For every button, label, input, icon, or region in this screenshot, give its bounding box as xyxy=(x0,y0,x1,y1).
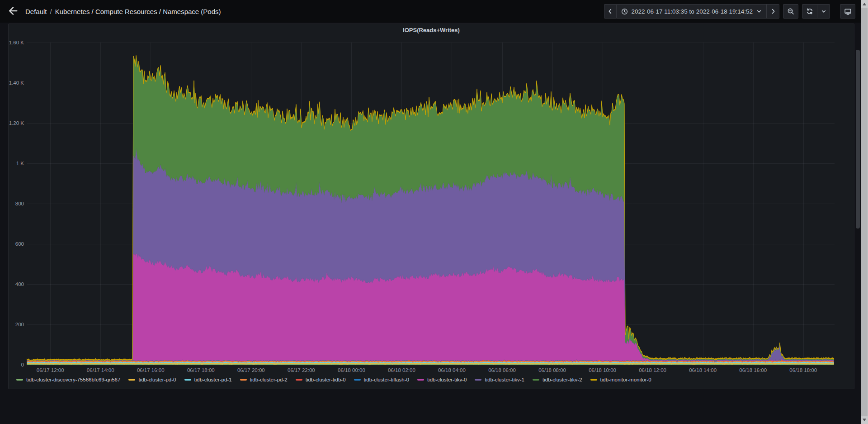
legend-item[interactable]: tidb-cluster-discovery-75566bfc69-qn567 xyxy=(16,377,120,382)
legend-item[interactable]: tidb-cluster-tikv-0 xyxy=(417,377,467,382)
legend-item[interactable]: tidb-cluster-tikv-2 xyxy=(533,377,582,382)
legend-label: tidb-cluster-pd-0 xyxy=(138,377,176,382)
chevron-right-icon xyxy=(770,8,776,14)
legend-swatch xyxy=(475,379,481,381)
y-tick-label: 200 xyxy=(9,322,24,327)
legend-swatch xyxy=(590,379,597,381)
panel-title[interactable]: IOPS(Reads+Writes) xyxy=(9,27,854,33)
x-tick-label: 06/18 12:00 xyxy=(639,367,666,373)
back-button[interactable] xyxy=(5,4,21,19)
x-tick-label: 06/17 22:00 xyxy=(288,367,315,373)
breadcrumb-folder[interactable]: Default xyxy=(25,8,47,15)
refresh-button[interactable] xyxy=(802,4,817,19)
legend-swatch xyxy=(240,379,247,381)
y-tick-label: 1.40 K xyxy=(9,80,24,86)
x-tick-label: 06/17 12:00 xyxy=(37,367,64,373)
zoom-out-time-button[interactable] xyxy=(783,4,798,19)
legend-item[interactable]: tidb-cluster-tiflash-0 xyxy=(354,377,409,382)
scroll-up-arrow-icon[interactable] xyxy=(863,3,866,5)
x-tick-label: 06/17 18:00 xyxy=(187,367,215,373)
dashboard-scrollbar-thumb[interactable] xyxy=(856,50,860,229)
x-tick-label: 06/18 18:00 xyxy=(789,367,817,373)
x-tick-label: 06/18 10:00 xyxy=(589,367,616,373)
legend-label: tidb-cluster-tikv-0 xyxy=(427,377,467,382)
browser-scrollbar[interactable] xyxy=(861,0,868,424)
y-tick-label: 600 xyxy=(9,241,24,247)
chevron-left-icon xyxy=(607,8,613,14)
legend-item[interactable]: tidb-monitor-monitor-0 xyxy=(590,377,651,382)
clock-icon xyxy=(621,8,628,15)
y-tick-label: 400 xyxy=(9,281,24,287)
top-nav: Default / Kubernetes / Compute Resources… xyxy=(0,0,868,23)
legend-item[interactable]: tidb-cluster-tidb-0 xyxy=(296,377,346,382)
legend-label: tidb-monitor-monitor-0 xyxy=(600,377,651,382)
legend-swatch xyxy=(184,379,191,381)
x-tick-label: 06/17 16:00 xyxy=(137,367,165,373)
refresh-icon xyxy=(806,8,813,15)
y-tick-label: 1.20 K xyxy=(9,120,24,126)
legend-label: tidb-cluster-pd-1 xyxy=(194,377,232,382)
iops-chart[interactable] xyxy=(27,43,835,365)
x-tick-label: 06/18 06:00 xyxy=(488,367,516,373)
chevron-down-icon xyxy=(756,9,762,14)
kiosk-mode-button[interactable] xyxy=(840,4,855,19)
legend-item[interactable]: tidb-cluster-pd-0 xyxy=(128,377,176,382)
legend-swatch xyxy=(16,379,23,381)
legend-item[interactable]: tidb-cluster-pd-2 xyxy=(240,377,288,382)
time-shift-forward-button[interactable] xyxy=(767,4,779,19)
iops-panel: IOPS(Reads+Writes) 02004006008001 K1.20 … xyxy=(8,24,854,389)
breadcrumb-separator: / xyxy=(50,8,52,15)
x-tick-label: 06/17 20:00 xyxy=(237,367,265,373)
legend-swatch xyxy=(417,379,424,381)
x-tick-label: 06/18 16:00 xyxy=(739,367,767,373)
chevron-down-icon xyxy=(821,9,826,14)
legend-item[interactable]: tidb-cluster-pd-1 xyxy=(184,377,232,382)
scroll-down-arrow-icon[interactable] xyxy=(863,419,866,421)
refresh-interval-dropdown[interactable] xyxy=(817,4,830,19)
x-tick-label: 06/18 02:00 xyxy=(388,367,415,373)
y-tick-label: 800 xyxy=(9,201,24,206)
legend: tidb-cluster-discovery-75566bfc69-qn567t… xyxy=(16,377,651,382)
time-range-text: 2022-06-17 11:03:35 to 2022-06-18 19:14:… xyxy=(632,8,753,15)
legend-swatch xyxy=(128,379,135,381)
y-tick-label: 0 xyxy=(9,362,24,367)
legend-label: tidb-cluster-pd-2 xyxy=(250,377,288,382)
x-tick-label: 06/18 14:00 xyxy=(689,367,717,373)
legend-item[interactable]: tidb-cluster-tikv-1 xyxy=(475,377,524,382)
monitor-icon xyxy=(844,8,852,15)
x-tick-label: 06/17 14:00 xyxy=(87,367,114,373)
legend-swatch xyxy=(533,379,539,381)
browser-scrollbar-thumb[interactable] xyxy=(861,8,868,416)
legend-label: tidb-cluster-discovery-75566bfc69-qn567 xyxy=(26,377,120,382)
legend-label: tidb-cluster-tiflash-0 xyxy=(364,377,409,382)
time-range-picker-button[interactable]: 2022-06-17 11:03:35 to 2022-06-18 19:14:… xyxy=(617,4,767,19)
breadcrumb: Default / Kubernetes / Compute Resources… xyxy=(25,8,221,15)
arrow-left-icon xyxy=(8,6,18,17)
time-shift-back-button[interactable] xyxy=(604,4,617,19)
legend-swatch xyxy=(296,379,302,381)
legend-label: tidb-cluster-tikv-2 xyxy=(542,377,582,382)
legend-swatch xyxy=(354,379,361,381)
legend-label: tidb-cluster-tikv-1 xyxy=(485,377,524,382)
nav-toolbar: 2022-06-17 11:03:35 to 2022-06-18 19:14:… xyxy=(604,4,855,19)
y-tick-label: 1.60 K xyxy=(9,40,24,45)
legend-label: tidb-cluster-tidb-0 xyxy=(306,377,346,382)
search-minus-icon xyxy=(787,8,794,15)
breadcrumb-dashboard: Kubernetes / Compute Resources / Namespa… xyxy=(55,8,221,15)
y-tick-label: 1 K xyxy=(9,161,24,166)
x-tick-label: 06/18 00:00 xyxy=(338,367,365,373)
x-tick-label: 06/18 04:00 xyxy=(438,367,466,373)
x-tick-label: 06/18 08:00 xyxy=(538,367,566,373)
plot-area xyxy=(27,43,835,365)
